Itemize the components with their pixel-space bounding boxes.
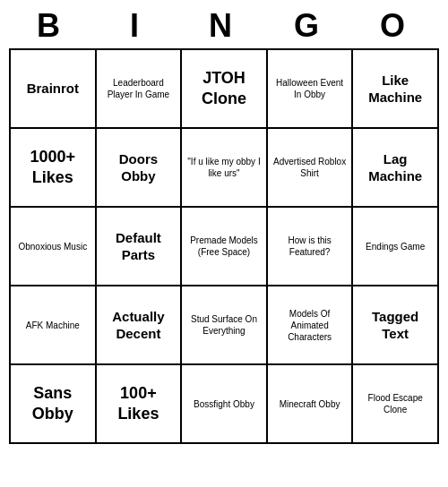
- bingo-cell-5: 1000+ Likes: [11, 129, 97, 208]
- bingo-cell-15: AFK Machine: [11, 286, 97, 365]
- title-letter-i: I: [95, 7, 181, 45]
- bingo-cell-19: Tagged Text: [353, 286, 439, 365]
- bingo-cell-22: Bossfight Obby: [182, 365, 268, 444]
- bingo-cell-20: Sans Obby: [11, 365, 97, 444]
- bingo-cell-0: Brainrot: [11, 50, 97, 129]
- title-letter-n: N: [181, 7, 267, 45]
- bingo-cell-9: Lag Machine: [353, 129, 439, 208]
- bingo-cell-8: Advertised Roblox Shirt: [268, 129, 354, 208]
- title-letter-g: G: [267, 7, 353, 45]
- bingo-cell-13: How is this Featured?: [268, 208, 354, 286]
- bingo-cell-12: Premade Models (Free Space): [182, 208, 268, 286]
- bingo-cell-10: Obnoxious Music: [11, 208, 97, 286]
- bingo-cell-14: Endings Game: [353, 208, 439, 286]
- title-letter-o: O: [353, 7, 439, 45]
- bingo-cell-18: Models Of Animated Characters: [268, 286, 354, 365]
- bingo-cell-11: Default Parts: [97, 208, 183, 286]
- bingo-cell-17: Stud Surface On Everything: [182, 286, 268, 365]
- bingo-cell-21: 100+ Likes: [97, 365, 183, 444]
- bingo-cell-7: "If u like my obby I like urs": [182, 129, 268, 208]
- bingo-cell-3: Halloween Event In Obby: [268, 50, 354, 129]
- bingo-title: B I N G O: [9, 0, 439, 48]
- bingo-cell-16: Actually Decent: [97, 286, 183, 365]
- bingo-cell-1: Leaderboard Player In Game: [97, 50, 183, 129]
- title-letter-b: B: [9, 7, 95, 45]
- bingo-cell-24: Flood Escape Clone: [353, 365, 439, 444]
- bingo-cell-6: Doors Obby: [97, 129, 183, 208]
- bingo-cell-4: Like Machine: [353, 50, 439, 129]
- bingo-cell-23: Minecraft Obby: [268, 365, 354, 444]
- bingo-grid: BrainrotLeaderboard Player In GameJTOH C…: [9, 48, 439, 444]
- bingo-cell-2: JTOH Clone: [182, 50, 268, 129]
